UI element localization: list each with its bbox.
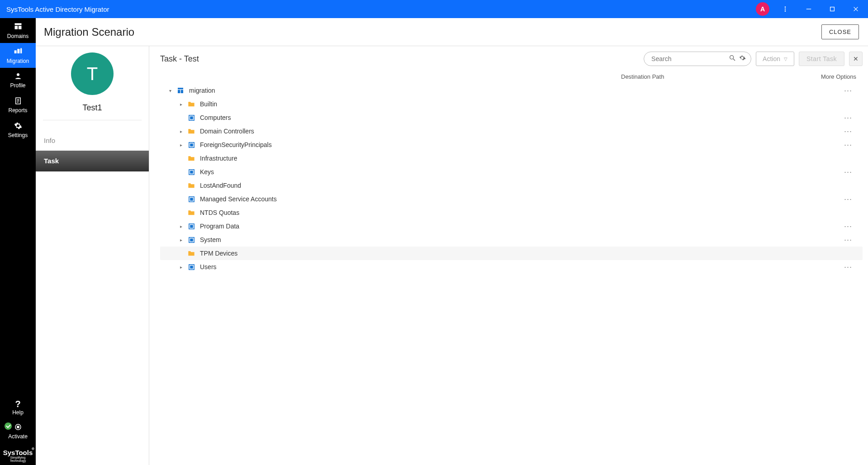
expand-arrow-icon[interactable]: ▸: [177, 224, 185, 229]
tree-node-label: LostAndFound: [200, 182, 854, 189]
nav-settings[interactable]: Settings: [0, 118, 36, 142]
main-pane: Migration Scenario CLOSE T Test1 Info Ta…: [36, 18, 868, 465]
container-icon: [187, 141, 195, 149]
task-toolbar: Task - Test Action: [160, 52, 863, 66]
tree-row[interactable]: TPM Devices: [160, 247, 863, 260]
folder-icon: [187, 249, 195, 257]
svg-point-1: [785, 9, 786, 10]
tab-task[interactable]: Task: [36, 151, 149, 171]
svg-rect-28: [190, 144, 193, 146]
tree-row[interactable]: ▸Program Data···: [160, 219, 863, 233]
expand-arrow-icon[interactable]: ▸: [177, 102, 185, 107]
nav-label: Profile: [10, 82, 25, 89]
tree-row[interactable]: LostAndFound: [160, 179, 863, 192]
main-header: Migration Scenario CLOSE: [36, 18, 868, 46]
detail-sidebar: T Test1 Info Task: [36, 46, 149, 465]
svg-rect-4: [830, 7, 835, 11]
tree-node-label: Managed Service Accounts: [200, 195, 843, 203]
minimize-icon[interactable]: [801, 1, 816, 17]
nav-label: Settings: [8, 132, 28, 138]
tree-row[interactable]: Managed Service Accounts···: [160, 192, 863, 206]
search-wrap: [644, 52, 751, 66]
brand-tagline: Simplifying Technology: [3, 456, 33, 462]
tree-columns-header: Destination Path More Options: [160, 66, 863, 84]
more-options-icon[interactable]: ···: [843, 140, 854, 150]
tree-row[interactable]: Computers···: [160, 111, 863, 124]
more-options-icon[interactable]: ···: [843, 127, 854, 136]
close-icon[interactable]: [848, 1, 863, 17]
svg-rect-23: [178, 90, 180, 93]
svg-rect-10: [14, 50, 16, 53]
tree-row[interactable]: ▸Users···: [160, 260, 863, 274]
container-icon: [187, 195, 195, 203]
col-more-options: More Options: [811, 73, 861, 80]
tree-row[interactable]: ▸Domain Controllers···: [160, 124, 863, 138]
svg-point-19: [17, 426, 19, 428]
user-avatar[interactable]: A: [756, 2, 769, 16]
close-button[interactable]: CLOSE: [821, 24, 859, 39]
tree-row[interactable]: ▸ForeignSecurityPrincipals···: [160, 138, 863, 152]
tree-node-label: Program Data: [200, 223, 843, 230]
help-icon: ?: [15, 399, 20, 408]
detail-header: T Test1: [43, 46, 142, 120]
svg-rect-11: [17, 49, 19, 53]
tree-row[interactable]: NTDS Quotas: [160, 206, 863, 219]
start-task-button[interactable]: Start Task: [799, 52, 844, 66]
tree-row[interactable]: Infrastructure: [160, 152, 863, 165]
more-options-icon[interactable]: ···: [843, 86, 854, 95]
search-settings-icon[interactable]: [739, 54, 746, 63]
scenario-name: Test1: [82, 103, 102, 113]
tree-node-label: NTDS Quotas: [200, 209, 854, 216]
domains-icon: [14, 22, 23, 32]
tree-row[interactable]: ▸Builtin: [160, 97, 863, 111]
reports-icon: [14, 97, 22, 106]
more-options-icon[interactable]: ···: [843, 235, 854, 245]
svg-rect-22: [178, 88, 183, 89]
migration-icon: [14, 47, 23, 57]
more-options-icon[interactable]: ···: [843, 113, 854, 123]
folder-icon: [187, 127, 195, 135]
tree-node-label: Domain Controllers: [200, 128, 843, 135]
nav-domains[interactable]: Domains: [0, 18, 36, 43]
expand-arrow-icon[interactable]: ▾: [166, 88, 174, 93]
tree-node-label: ForeignSecurityPrincipals: [200, 141, 843, 148]
task-title: Task - Test: [160, 54, 639, 64]
nav-reports[interactable]: Reports: [0, 93, 36, 118]
svg-rect-26: [190, 117, 193, 119]
nav-label: Help: [12, 409, 24, 416]
object-tree: ▾migration···▸BuiltinComputers···▸Domain…: [160, 84, 863, 274]
svg-point-0: [785, 6, 786, 8]
more-options-icon[interactable]: ···: [843, 195, 854, 204]
tree-node-label: migration: [189, 87, 843, 94]
search-icon[interactable]: [729, 54, 736, 63]
maximize-icon[interactable]: [825, 1, 840, 17]
expand-arrow-icon[interactable]: ▸: [177, 237, 185, 242]
brand-logo: SysTools® Simplifying Technology: [0, 445, 36, 465]
folder-icon: [187, 100, 195, 108]
expand-arrow-icon[interactable]: ▸: [177, 142, 185, 147]
container-icon: [187, 222, 195, 230]
svg-point-20: [730, 56, 734, 59]
tree-row[interactable]: Keys···: [160, 165, 863, 179]
tree-row[interactable]: ▾migration···: [160, 84, 863, 97]
kebab-menu-icon[interactable]: [778, 1, 793, 17]
nav-help[interactable]: ? Help: [0, 395, 36, 420]
tree-row[interactable]: ▸System···: [160, 233, 863, 247]
svg-rect-30: [190, 171, 193, 173]
more-options-icon[interactable]: ···: [843, 262, 854, 272]
action-dropdown[interactable]: Action ▽: [756, 52, 794, 66]
svg-rect-12: [20, 49, 22, 53]
more-options-icon[interactable]: ···: [843, 222, 854, 231]
expand-arrow-icon[interactable]: ▸: [177, 265, 185, 270]
container-icon: [187, 114, 195, 122]
svg-rect-7: [14, 23, 21, 25]
clear-button[interactable]: ✕: [849, 52, 863, 66]
expand-arrow-icon[interactable]: ▸: [177, 129, 185, 134]
profile-icon: [14, 72, 22, 81]
nav-migration[interactable]: Migration: [0, 43, 36, 68]
tab-info[interactable]: Info: [36, 130, 149, 151]
tree-node-label: Infrastructure: [200, 155, 854, 162]
more-options-icon[interactable]: ···: [843, 167, 854, 177]
tree-node-label: System: [200, 236, 843, 243]
nav-profile[interactable]: Profile: [0, 68, 36, 93]
